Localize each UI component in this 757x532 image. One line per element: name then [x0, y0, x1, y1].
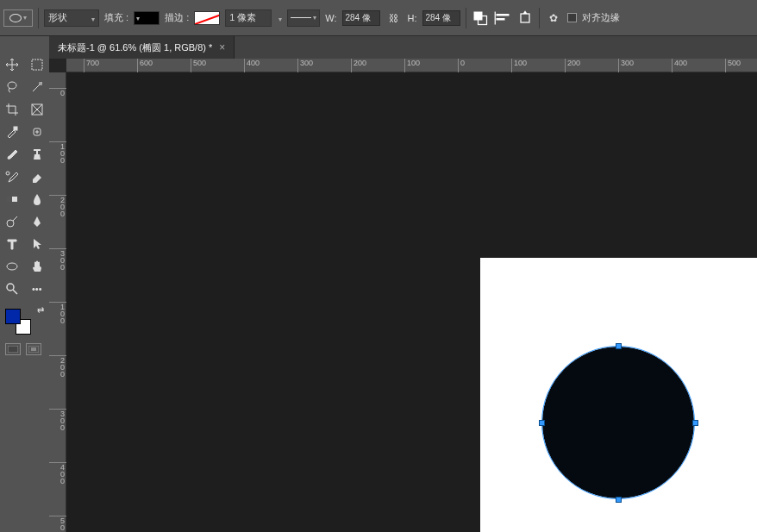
svg-rect-3 — [496, 18, 504, 21]
frame-tool[interactable] — [25, 98, 50, 121]
ruler-tick: 100 — [49, 141, 66, 164]
align-edges-label: 对齐边缘 — [582, 11, 620, 24]
ruler-tick: 300 — [297, 59, 313, 72]
document-tab-bar: 未标题-1 @ 61.6% (椭圆 1, RGB/8) * × — [49, 36, 757, 59]
ruler-tick: 500 — [725, 59, 741, 72]
ruler-tick: 300 — [49, 409, 66, 431]
screen-mode-button[interactable] — [26, 343, 41, 355]
ruler-tick: 700 — [84, 59, 99, 72]
width-field[interactable] — [342, 10, 380, 26]
clone-stamp-tool[interactable] — [25, 143, 50, 166]
dodge-tool[interactable] — [0, 210, 25, 233]
path-arrangement-icon[interactable] — [516, 9, 534, 27]
canvas-area[interactable] — [66, 72, 757, 532]
ruler-tick: 100 — [49, 302, 66, 324]
w-label: W: — [325, 13, 336, 23]
chevron-down-icon — [90, 13, 95, 23]
selection-handle-top[interactable] — [616, 343, 622, 349]
stroke-width-value: 1 像素 — [229, 11, 256, 24]
svg-point-22 — [7, 284, 14, 291]
separator — [38, 8, 39, 28]
move-tool[interactable] — [0, 53, 25, 76]
ruler-tick: 300 — [618, 59, 634, 72]
selection-handle-bottom[interactable] — [616, 497, 622, 503]
separator — [539, 8, 540, 28]
healing-brush-tool[interactable] — [25, 121, 50, 143]
fill-swatch[interactable] — [134, 11, 160, 25]
shape-mode-label: 形状 — [48, 11, 67, 24]
selection-handle-right[interactable] — [692, 420, 698, 426]
brush-tool[interactable] — [0, 143, 25, 166]
link-icon[interactable]: ⛓ — [385, 9, 403, 27]
ellipse-icon — [9, 14, 22, 22]
ruler-tick: 100 — [404, 59, 420, 72]
ruler-tick: 100 — [511, 59, 527, 72]
ellipse-shape[interactable] — [542, 347, 694, 498]
path-alignment-icon[interactable] — [494, 9, 511, 27]
svg-point-8 — [41, 83, 41, 84]
document-tab[interactable]: 未标题-1 @ 61.6% (椭圆 1, RGB/8) * × — [49, 36, 235, 59]
svg-rect-12 — [14, 127, 17, 130]
color-swatches: ⇄ — [0, 304, 49, 338]
ruler-horizontal[interactable]: 7006005004003002001000100200300400500 — [66, 59, 757, 72]
history-brush-tool[interactable] — [0, 166, 25, 188]
options-bar: 形状 填充 : 描边 : 1 像素 W: ⛓ H: ✿ 对齐边缘 — [0, 0, 757, 36]
svg-line-23 — [13, 290, 17, 294]
lasso-tool[interactable] — [0, 76, 25, 98]
marquee-tool[interactable] — [25, 53, 50, 76]
path-selection-tool[interactable] — [25, 233, 50, 255]
zoom-tool[interactable] — [0, 278, 25, 300]
svg-rect-5 — [521, 14, 529, 22]
blur-tool[interactable] — [25, 188, 50, 210]
ruler-tick: 400 — [244, 59, 260, 72]
selection-handle-left[interactable] — [539, 420, 545, 426]
ruler-tick: 600 — [137, 59, 153, 72]
shape-mode-dropdown[interactable]: 形状 — [44, 9, 99, 27]
ruler-tick: 500 — [191, 59, 206, 72]
close-icon[interactable]: × — [219, 41, 225, 53]
ruler-tick: 200 — [49, 195, 66, 217]
svg-rect-18 — [7, 197, 12, 202]
chevron-down-icon[interactable] — [277, 13, 282, 23]
separator — [466, 8, 466, 28]
tools-panel: ••• ⇄ — [0, 36, 49, 532]
ruler-tick: 300 — [49, 248, 66, 271]
pen-tool[interactable] — [25, 210, 50, 233]
gradient-tool[interactable] — [0, 188, 25, 210]
stroke-swatch[interactable] — [194, 11, 220, 25]
ruler-tick: 200 — [49, 355, 66, 378]
document-tab-title: 未标题-1 @ 61.6% (椭圆 1, RGB/8) * — [58, 41, 212, 54]
swap-colors-icon[interactable]: ⇄ — [37, 305, 44, 315]
ruler-tick: 400 — [672, 59, 687, 72]
ellipse-shape-tool[interactable] — [0, 255, 25, 278]
svg-line-20 — [13, 216, 17, 221]
svg-point-21 — [7, 263, 17, 270]
magic-wand-tool[interactable] — [25, 76, 50, 98]
stroke-style-dropdown[interactable] — [287, 9, 320, 27]
ruler-vertical[interactable]: 0100200300100200300400500 — [49, 72, 66, 532]
stroke-width-field[interactable]: 1 像素 — [225, 9, 272, 27]
stroke-label: 描边 : — [165, 11, 189, 24]
hand-tool[interactable] — [25, 255, 50, 278]
gear-icon[interactable]: ✿ — [545, 9, 562, 27]
standard-mode-button[interactable] — [5, 343, 21, 355]
eyedropper-tool[interactable] — [0, 121, 25, 143]
height-field[interactable] — [422, 10, 460, 26]
svg-point-19 — [7, 220, 14, 227]
crop-tool[interactable] — [0, 98, 25, 121]
tool-grid: ••• — [0, 53, 49, 300]
ruler-tick: 500 — [49, 516, 66, 532]
svg-rect-15 — [34, 149, 41, 151]
ruler-tick: 0 — [458, 59, 465, 72]
workspace: 未标题-1 @ 61.6% (椭圆 1, RGB/8) * × 70060050… — [49, 36, 757, 532]
line-icon — [291, 17, 311, 18]
type-tool[interactable] — [0, 233, 25, 255]
foreground-color[interactable] — [5, 309, 21, 324]
more-tools[interactable]: ••• — [25, 278, 50, 300]
h-label: H: — [408, 13, 417, 23]
eraser-tool[interactable] — [25, 166, 50, 188]
align-edges-checkbox[interactable] — [567, 13, 577, 22]
main-area: ••• ⇄ 未标题-1 @ 61.6% (椭圆 1, RGB/8) * × 70… — [0, 36, 757, 532]
tool-preset-dropdown[interactable] — [3, 9, 33, 27]
path-operations-icon[interactable] — [472, 9, 489, 27]
